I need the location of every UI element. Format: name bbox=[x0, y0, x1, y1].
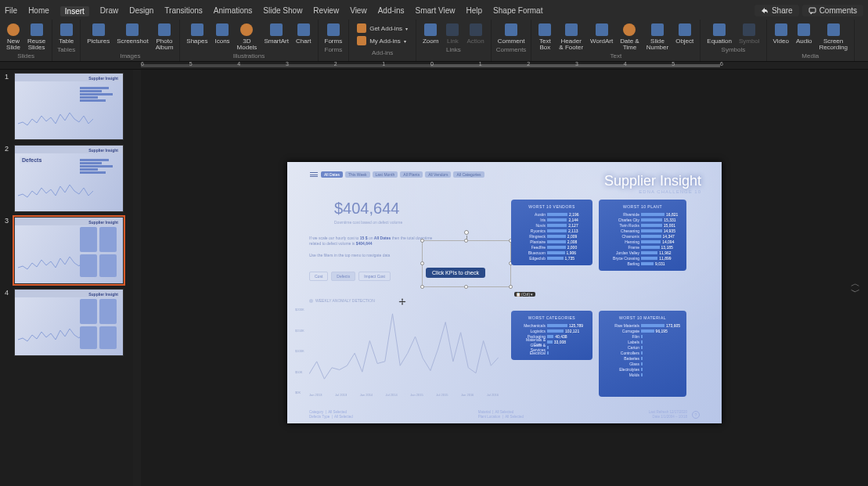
ribbon-object[interactable]: Object bbox=[672, 21, 697, 51]
kpi-value: $404,644 bbox=[334, 200, 399, 218]
ribbon-get-add-ins[interactable]: Get Add-ins▾ bbox=[355, 23, 409, 34]
ribbon-zoom[interactable]: Zoom bbox=[420, 21, 441, 45]
pill-cost[interactable]: Cost bbox=[309, 272, 328, 281]
ribbon-audio[interactable]: Audio bbox=[793, 21, 815, 51]
paste-options-hint[interactable]: 📋(Ctrl) ▾ bbox=[514, 292, 535, 297]
menu-draw[interactable]: Draw bbox=[100, 6, 118, 16]
ribbon-header-&-footer[interactable]: Header& Footer bbox=[556, 21, 586, 51]
ribbon-table[interactable]: Table bbox=[56, 21, 77, 45]
menu-view[interactable]: View bbox=[350, 6, 367, 16]
callout-shape[interactable]: Click KPIs to check bbox=[426, 268, 485, 278]
panel-materials: WORST 10 MATERIALRaw Materials173,605Cor… bbox=[599, 311, 686, 397]
menu-help[interactable]: Help bbox=[466, 6, 483, 16]
ribbon-action[interactable]: Action bbox=[463, 21, 487, 45]
dashboard-footer: Category | All Selected Defects Type | A… bbox=[309, 410, 700, 419]
kpi-subtitle: Downtime cost based on defect volume bbox=[334, 220, 402, 225]
hamburger-icon[interactable] bbox=[309, 170, 319, 179]
share-label: Share bbox=[772, 6, 793, 15]
pill-defects[interactable]: Defects bbox=[331, 272, 355, 281]
rotate-handle[interactable] bbox=[464, 230, 469, 235]
slide-thumbnail-1[interactable]: Supplier Insight bbox=[14, 73, 124, 140]
ribbon-equation[interactable]: Equation bbox=[704, 21, 735, 45]
ribbon-text-box[interactable]: TextBox bbox=[535, 21, 555, 51]
menu-bar: FileHomeInsertDrawDesignTransitionsAnima… bbox=[0, 3, 868, 20]
menu-smart-view[interactable]: Smart View bbox=[416, 6, 456, 16]
chart-title: WEEKLY ANOMALY DETECTION bbox=[309, 298, 375, 303]
ribbon-slide-number[interactable]: SlideNumber bbox=[643, 21, 672, 51]
menu-transitions[interactable]: Transitions bbox=[164, 6, 203, 16]
resize-handle-n[interactable] bbox=[464, 239, 468, 243]
ribbon-new-slide[interactable]: NewSlide bbox=[3, 21, 23, 51]
menu-home[interactable]: Home bbox=[28, 6, 49, 16]
ribbon-screen-recording[interactable]: ScreenRecording bbox=[816, 21, 850, 51]
resize-handle-w[interactable] bbox=[420, 261, 424, 265]
comments-label: Comments bbox=[819, 6, 857, 15]
filter-tab-5[interactable]: All Categories bbox=[453, 171, 484, 178]
filter-tab-3[interactable]: All Plants bbox=[400, 171, 423, 178]
slide-thumbnails-panel: 1Supplier Insight2Supplier InsightDefect… bbox=[0, 70, 133, 486]
ribbon-symbol[interactable]: Symbol bbox=[736, 21, 763, 45]
panel-plants: WORST 10 PLANTRiverside16,821Charles Cit… bbox=[599, 200, 686, 271]
ribbon-comment[interactable]: Comment bbox=[495, 21, 528, 45]
pill-impact[interactable]: Impact Cost bbox=[358, 272, 391, 281]
menu-animations[interactable]: Animations bbox=[214, 6, 252, 16]
slide-thumbnail-3[interactable]: Supplier Insight bbox=[14, 217, 124, 284]
resize-handle-nw[interactable] bbox=[420, 239, 424, 243]
ribbon-screenshot[interactable]: Screenshot bbox=[113, 21, 151, 51]
ribbon-pictures[interactable]: Pictures bbox=[84, 21, 113, 51]
panel-categories: WORST CATEGORIESMechanicals125,789Logist… bbox=[511, 311, 592, 360]
resize-handle-s[interactable] bbox=[464, 285, 468, 289]
menu-add-ins[interactable]: Add-ins bbox=[378, 6, 405, 16]
ribbon-shapes[interactable]: Shapes bbox=[183, 21, 211, 51]
ribbon-link[interactable]: Link bbox=[442, 21, 463, 45]
menu-design[interactable]: Design bbox=[129, 6, 153, 16]
ribbon-date-&-time[interactable]: Date &Time bbox=[617, 21, 642, 51]
resize-handle-sw[interactable] bbox=[420, 285, 424, 289]
menu-shape-format[interactable]: Shape Format bbox=[493, 6, 542, 16]
slide-canvas[interactable]: All Dates This Week Last Month All Plant… bbox=[141, 70, 868, 486]
ribbon-icons[interactable]: Icons bbox=[211, 21, 232, 51]
ribbon: NewSlideReuseSlidesSlidesTableTablesPict… bbox=[0, 20, 868, 62]
ribbon-reuse-slides[interactable]: ReuseSlides bbox=[24, 21, 49, 51]
vertical-ruler bbox=[133, 70, 141, 486]
line-chart: $200K$150K$100K$50K$0K Jan 2013Jul 2013J… bbox=[309, 308, 499, 391]
filter-tab-2[interactable]: Last Month bbox=[373, 171, 398, 178]
active-slide: All Dates This Week Last Month All Plant… bbox=[287, 162, 722, 423]
slide-thumbnail-2[interactable]: Supplier InsightDefects bbox=[14, 145, 124, 212]
filter-tab-0[interactable]: All Dates bbox=[321, 171, 343, 178]
share-button[interactable]: Share bbox=[755, 5, 799, 16]
ribbon-wordart[interactable]: WordArt bbox=[587, 21, 616, 51]
menu-review[interactable]: Review bbox=[313, 6, 339, 16]
ribbon-3d-models[interactable]: 3DModels bbox=[234, 21, 261, 51]
filter-tab-1[interactable]: This Week bbox=[345, 171, 370, 178]
ribbon-photo-album[interactable]: PhotoAlbum bbox=[153, 21, 177, 51]
ribbon-forms[interactable]: Forms bbox=[322, 21, 346, 45]
ribbon-video[interactable]: Video bbox=[770, 21, 792, 51]
comments-button[interactable]: Comments bbox=[802, 5, 863, 16]
selected-shape[interactable]: Click KPIs to check bbox=[422, 240, 511, 287]
menu-insert[interactable]: Insert bbox=[60, 6, 89, 16]
ribbon-chart[interactable]: Chart bbox=[293, 21, 315, 51]
ribbon-my-add-ins[interactable]: My Add-ins▾ bbox=[355, 35, 409, 46]
slide-thumbnail-4[interactable]: Supplier Insight bbox=[14, 289, 124, 356]
move-cursor-icon bbox=[398, 298, 406, 306]
share-icon bbox=[761, 7, 769, 15]
dashboard-title: Supplier Insight bbox=[604, 173, 701, 189]
resize-handle-se[interactable] bbox=[509, 285, 513, 289]
comment-icon bbox=[809, 7, 816, 15]
horizontal-ruler: 6543210123456 bbox=[0, 62, 868, 70]
ribbon-smartart[interactable]: SmartArt bbox=[261, 21, 292, 51]
help-icon[interactable]: ? bbox=[692, 411, 700, 419]
collapse-pane-icon[interactable]: 〈 〉 bbox=[848, 281, 862, 283]
panel-vendors: WORST 10 VENDORSAustin2,196Iris2,144Novi… bbox=[511, 200, 592, 265]
menu-file[interactable]: File bbox=[5, 6, 17, 16]
filter-tab-4[interactable]: All Vendors bbox=[425, 171, 451, 178]
menu-slide-show[interactable]: Slide Show bbox=[263, 6, 302, 16]
svg-rect-0 bbox=[809, 8, 816, 13]
dashboard-subtitle: EDNA CHALLENGE 10 bbox=[604, 189, 701, 194]
